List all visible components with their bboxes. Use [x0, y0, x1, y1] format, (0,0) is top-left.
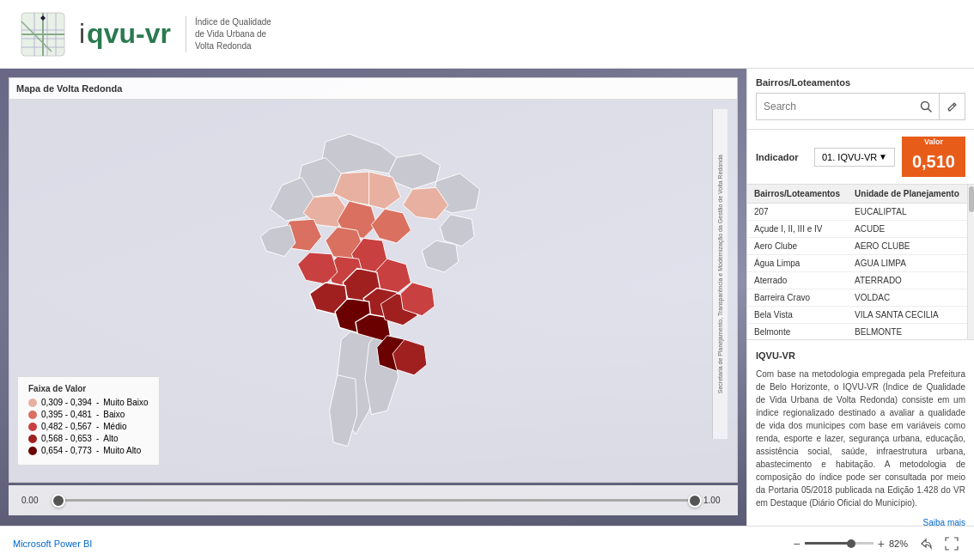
header: i qvu-vr Índice de Qualidade de Vida Urb…: [0, 0, 974, 69]
slider-max-label: 1.00: [703, 496, 725, 505]
edit-button[interactable]: [939, 94, 965, 119]
legend-dot: [28, 423, 37, 431]
logo-icon: [17, 9, 69, 60]
table-scrollbar[interactable]: [967, 185, 974, 339]
logo-main: qvu-vr: [87, 18, 171, 50]
legend-dash: -: [96, 434, 99, 443]
table-wrapper: Bairros/Loteamentos Unidade de Planejame…: [747, 185, 974, 339]
legend-dash: -: [96, 422, 99, 431]
indicator-dropdown[interactable]: 01. IQVU-VR ▼: [814, 148, 895, 167]
legend-dot: [28, 435, 37, 443]
search-section-label: Bairros/Loteamentos: [756, 77, 965, 88]
legend-label: Alto: [103, 434, 118, 443]
logo-text-container: i qvu-vr: [79, 18, 171, 50]
zoom-slider-fill: [805, 542, 849, 545]
table-row[interactable]: Aterrado ATERRADO: [747, 272, 967, 289]
legend-item: 0,309 - 0,394 - Muito Baixo: [28, 398, 149, 407]
data-table: Bairros/Loteamentos Unidade de Planejame…: [747, 185, 967, 339]
table-row[interactable]: Aero Clube AERO CLUBE: [747, 238, 967, 255]
cell-up: ATERRADO: [848, 272, 967, 289]
indicator-selected-text: 01. IQVU-VR: [822, 152, 877, 162]
table-row[interactable]: Açude I, II, III e IV ACUDE: [747, 221, 967, 238]
legend-range: 0,568 - 0,653: [41, 434, 92, 443]
cell-bairro: Açude I, II, III e IV: [747, 221, 848, 238]
zoom-minus-button[interactable]: −: [794, 537, 801, 551]
legend-dot: [28, 411, 37, 419]
indicator-label: Indicador: [756, 152, 807, 162]
zoom-percent-label: 82%: [889, 539, 908, 549]
table-body: 207 EUCALIPTAL Açude I, II, III e IV ACU…: [747, 204, 967, 340]
logo-area: i qvu-vr Índice de Qualidade de Vida Urb…: [17, 9, 271, 60]
search-section: Bairros/Loteamentos: [747, 69, 974, 130]
cell-up: EUCALIPTAL: [848, 204, 967, 221]
legend-dash: -: [96, 446, 99, 455]
share-button[interactable]: [916, 534, 935, 553]
map-title: Mapa de Volta Redonda: [9, 78, 737, 100]
description-text: Com base na metodologia empregada pela P…: [756, 368, 965, 509]
share-icon: [919, 537, 933, 551]
table-row[interactable]: Barreira Cravo VOLDAC: [747, 289, 967, 307]
legend-title: Faixa de Valor: [28, 384, 149, 393]
table-row[interactable]: Bela Vista VILA SANTA CECILIA: [747, 307, 967, 324]
zoom-plus-button[interactable]: +: [878, 537, 885, 551]
search-input[interactable]: [757, 95, 913, 118]
legend-range: 0,309 - 0,394: [41, 398, 92, 407]
legend-item: 0,654 - 0,773 - Muito Alto: [28, 446, 149, 455]
legend-item: 0,395 - 0,481 - Baixo: [28, 410, 149, 419]
slider-track[interactable]: [52, 499, 695, 502]
seplag-bar: Secretaria de Planejamento, Transparênci…: [712, 109, 727, 439]
zoom-slider-thumb[interactable]: [847, 539, 855, 548]
cell-bairro: Barreira Cravo: [747, 289, 848, 307]
legend-dash: -: [96, 398, 99, 407]
cell-bairro: 207: [747, 204, 848, 221]
legend-dot: [28, 399, 37, 407]
cell-up: AGUA LIMPA: [848, 255, 967, 272]
search-icon: [920, 100, 932, 113]
zoom-controls: − + 82%: [794, 537, 908, 551]
cell-up: ACUDE: [848, 221, 967, 238]
cell-up: VOLDAC: [848, 289, 967, 307]
search-box: [756, 93, 965, 120]
slider-container[interactable]: 0.00 1.00: [9, 485, 738, 515]
fullscreen-button[interactable]: [942, 534, 961, 553]
legend-label: Baixo: [103, 410, 125, 419]
cell-bairro: Aterrado: [747, 272, 848, 289]
saiba-mais-link[interactable]: Saiba mais: [756, 516, 965, 527]
svg-line-13: [953, 105, 954, 107]
legend-item: 0,568 - 0,653 - Alto: [28, 434, 149, 443]
valor-badge: 0,510: [902, 147, 965, 177]
cell-up: AERO CLUBE: [848, 238, 967, 255]
legend-items: 0,309 - 0,394 - Muito Baixo 0,395 - 0,48…: [28, 398, 149, 455]
slider-min-label: 0.00: [21, 496, 43, 505]
content-area: Mapa de Volta Redonda: [0, 69, 974, 526]
cell-bairro: Bela Vista: [747, 307, 848, 324]
slider-thumb-right[interactable]: [688, 494, 702, 508]
cell-bairro: Água Limpa: [747, 255, 848, 272]
search-button[interactable]: [913, 94, 939, 119]
svg-line-14: [948, 111, 951, 112]
logo-i: i: [79, 18, 85, 50]
footer: Microsoft Power BI − + 82%: [0, 526, 974, 560]
valor-label: Valor: [902, 137, 965, 147]
legend-range: 0,395 - 0,481: [41, 410, 92, 419]
logo-subtitle: Índice de Qualidade de Vida Urbana de Vo…: [186, 16, 271, 52]
col-bairros[interactable]: Bairros/Loteamentos: [747, 185, 848, 204]
legend-dash: -: [96, 410, 99, 419]
indicator-section: Indicador 01. IQVU-VR ▼ Valor 0,510: [747, 130, 974, 185]
table-row[interactable]: 207 EUCALIPTAL: [747, 204, 967, 221]
table-row[interactable]: Belmonte BELMONTE: [747, 324, 967, 340]
scrollbar-thumb[interactable]: [969, 186, 974, 212]
table-scroll[interactable]: Bairros/Loteamentos Unidade de Planejame…: [747, 185, 967, 339]
powerbi-link[interactable]: Microsoft Power BI: [13, 539, 92, 549]
col-unidade[interactable]: Unidade de Planejamento: [848, 185, 967, 204]
dropdown-chevron-icon: ▼: [879, 152, 887, 161]
zoom-slider-track[interactable]: [805, 542, 874, 545]
legend-range: 0,654 - 0,773: [41, 446, 92, 455]
slider-thumb-left[interactable]: [52, 494, 65, 508]
table-row[interactable]: Água Limpa AGUA LIMPA: [747, 255, 967, 272]
legend-dot: [28, 447, 37, 455]
svg-line-12: [928, 109, 932, 113]
fullscreen-icon: [945, 537, 959, 551]
description-section: IQVU-VR Com base na metodologia empregad…: [747, 339, 974, 526]
legend-item: 0,482 - 0,567 - Médio: [28, 422, 149, 431]
